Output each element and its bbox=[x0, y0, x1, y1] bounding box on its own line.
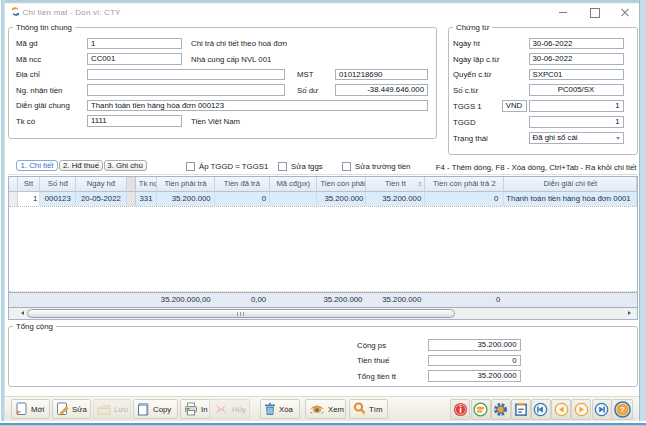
input-ngay-lap-ctu[interactable]: 30-06-2022 bbox=[529, 53, 624, 65]
eye-icon bbox=[309, 403, 325, 415]
grid-cell-3[interactable]: 20-05-2022 bbox=[76, 192, 127, 206]
select-trang-thai[interactable]: Đã ghi sổ cái bbox=[529, 132, 624, 144]
doc-new-icon bbox=[15, 402, 28, 416]
grid-cell-2[interactable]: 000123 bbox=[40, 192, 76, 206]
label-trang-thai: Trạng thái bbox=[453, 133, 488, 144]
groupbox-general-info: Thông tin chung Mã gd 1 Chi trả chi tiết… bbox=[8, 27, 437, 139]
grid-horizontal-scrollbar[interactable] bbox=[9, 308, 638, 319]
grid-cell-5[interactable]: 331 bbox=[136, 192, 158, 206]
input-so-ctu[interactable]: PC005/SX bbox=[529, 84, 624, 96]
window-title: Chi tien mat - Don vi: CTY bbox=[23, 8, 121, 17]
grid-col-header-6: Tiền phải trả bbox=[157, 177, 214, 192]
input-mst[interactable]: 0101218690 bbox=[335, 69, 428, 81]
checkbox-label-3: Sửa trường tiền bbox=[355, 162, 410, 171]
input-ng-nhan-tien[interactable] bbox=[87, 84, 285, 96]
grid-cell-10[interactable]: 35.200.000 bbox=[366, 192, 425, 206]
desc-ma-ncc: Nhà cung cấp NVL 001 bbox=[191, 54, 271, 65]
tab-2[interactable]: 2. Hđ thuế bbox=[59, 160, 103, 172]
grid-summary-cell-1 bbox=[18, 293, 41, 307]
close-button[interactable] bbox=[617, 4, 633, 20]
minimize-button[interactable] bbox=[555, 4, 571, 20]
grid-summary-cell-6: 35.200.000,00 bbox=[157, 293, 214, 307]
checkbox-1[interactable] bbox=[186, 162, 195, 171]
input-cong-ps[interactable]: 35.200.000 bbox=[428, 339, 521, 351]
grid-cell-6[interactable]: 35.200.000 bbox=[157, 192, 214, 206]
label-dien-giai-chung: Diễn giải chung bbox=[16, 100, 70, 111]
input-dien-giai-chung[interactable]: Thanh toán tiền hàng hóa đơn 000123 bbox=[87, 100, 428, 112]
settings-gear-icon bbox=[493, 402, 508, 417]
scrollbar-thumb[interactable] bbox=[27, 309, 455, 318]
checkbox-2[interactable] bbox=[278, 162, 287, 171]
label-ma-gd: Mã gd bbox=[16, 38, 38, 49]
nav-button-settings[interactable] bbox=[491, 399, 511, 420]
grid-col-header-12: Diễn giải chi tiết bbox=[504, 177, 637, 192]
input-quyen-ctu[interactable]: SXPC01 bbox=[529, 69, 624, 81]
grid-cell-9[interactable]: 35.200.000 bbox=[317, 192, 366, 206]
toolbar-button-label: Tìm bbox=[369, 405, 382, 414]
grid-cell-8[interactable] bbox=[270, 192, 317, 206]
nav-button-first[interactable] bbox=[531, 399, 551, 420]
grid-cell-7[interactable]: 0 bbox=[215, 192, 270, 206]
grid-cell-0[interactable] bbox=[9, 192, 18, 206]
scrollbar-grip-icon bbox=[237, 312, 246, 316]
nav-button-info[interactable] bbox=[450, 399, 470, 420]
grid-cell-1[interactable]: 1 bbox=[18, 192, 41, 206]
grid-col-header-2: Số hđ bbox=[40, 177, 76, 192]
window-frame-bottom bbox=[0, 421, 646, 426]
toolbar-button-label: Xem bbox=[328, 405, 344, 414]
nav-button-help[interactable]: ? bbox=[611, 399, 633, 420]
input-tong-tien-tt[interactable]: 35.200.000 bbox=[428, 370, 521, 382]
grid-summary-cell-10: 35.200.000 bbox=[366, 293, 425, 307]
scrollbar-right-arrow[interactable] bbox=[624, 308, 635, 319]
input-tk-co[interactable]: 1111 bbox=[87, 115, 182, 127]
maximize-button[interactable] bbox=[586, 4, 602, 20]
nav-button-last[interactable] bbox=[592, 399, 612, 420]
grid-summary-cell-2 bbox=[40, 293, 76, 307]
app-icon bbox=[10, 6, 21, 17]
toolbar-button-copy[interactable]: Copy bbox=[133, 399, 178, 419]
tab-1[interactable]: 1. Chi tiết bbox=[16, 160, 58, 172]
tab-3[interactable]: 3. Ghi chú bbox=[104, 160, 147, 172]
input-tggs1-currency[interactable]: VND bbox=[502, 100, 527, 112]
toolbar-button-trash[interactable]: Xóa bbox=[260, 399, 300, 419]
grid-data-row[interactable]: 100012320-05-202233135.200.000035.200.00… bbox=[9, 192, 638, 206]
next-record-icon bbox=[574, 402, 589, 417]
input-tggd[interactable]: 1 bbox=[529, 116, 624, 128]
input-ngay-ht[interactable]: 30-06-2022 bbox=[529, 38, 624, 50]
input-ma-gd[interactable]: 1 bbox=[87, 38, 182, 50]
nav-button-next[interactable] bbox=[571, 399, 591, 420]
sum-sigma-icon: Σ bbox=[419, 178, 423, 191]
toolbar-button-doc-edit[interactable]: Sửa bbox=[52, 399, 91, 419]
nav-button-prev[interactable] bbox=[551, 399, 571, 420]
label-so-du: Số dư bbox=[297, 85, 318, 96]
grid-summary-cell-9: 35.200.000 bbox=[317, 293, 366, 307]
label-tggs1: TGGS 1 bbox=[453, 101, 482, 112]
app-window: Chi tien mat - Don vi: CTY Thông tin chu… bbox=[0, 0, 646, 426]
toolbar-button-label: Sửa bbox=[72, 405, 87, 414]
input-tien-thue[interactable]: 0 bbox=[428, 355, 521, 367]
toolbar-button-doc-new[interactable]: Mới bbox=[11, 399, 50, 419]
grid-cell-11[interactable]: 0 bbox=[425, 192, 504, 206]
grid-summary-cell-5 bbox=[136, 293, 158, 307]
input-dia-chi[interactable] bbox=[87, 69, 285, 81]
search-icon bbox=[353, 402, 366, 416]
grid-cell-12[interactable]: Thanh toán tiền hàng hóa đơn 0001 bbox=[504, 192, 637, 206]
nav-button-report[interactable] bbox=[511, 399, 531, 420]
checkbox-3[interactable] bbox=[342, 162, 351, 171]
toolbar-button-eye[interactable]: Xem bbox=[305, 399, 346, 419]
toolbar-button-print[interactable]: In bbox=[180, 399, 211, 419]
toolbar-button-search[interactable]: Tìm bbox=[349, 399, 388, 419]
grid-summary-cell-0 bbox=[9, 293, 18, 307]
prev-record-icon bbox=[554, 402, 569, 417]
nav-button-notes[interactable] bbox=[471, 399, 491, 420]
input-tggs1-rate[interactable]: 1 bbox=[529, 100, 624, 112]
label-so-ctu: Số c.từ bbox=[453, 85, 478, 96]
label-tk-co: Tk có bbox=[16, 116, 35, 127]
grid-col-header-11: Tiền còn phải trả 2 bbox=[425, 177, 504, 192]
grid-summary-cell-3 bbox=[76, 293, 127, 307]
input-ma-ncc[interactable]: CC001 bbox=[87, 53, 182, 65]
input-so-du[interactable]: -38.449.646.000 bbox=[335, 84, 428, 96]
grid-summary-cell-12 bbox=[504, 293, 637, 307]
grid-cell-4[interactable] bbox=[127, 192, 136, 206]
label-ng-nhan-tien: Ng. nhận tiền bbox=[16, 85, 62, 96]
